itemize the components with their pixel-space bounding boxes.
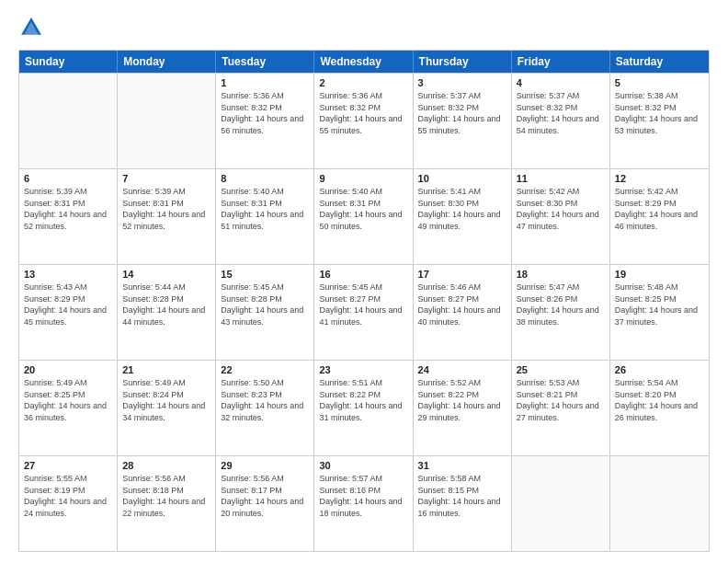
day-cell-empty [610,456,709,551]
day-info: Sunrise: 5:53 AM Sunset: 8:21 PM Dayligh… [517,377,605,423]
day-number: 29 [221,460,309,471]
day-number: 13 [24,269,112,280]
day-number: 6 [24,173,112,184]
day-cell-14: 14Sunrise: 5:44 AM Sunset: 8:28 PM Dayli… [118,265,216,360]
calendar-header-row: SundayMondayTuesdayWednesdayThursdayFrid… [19,51,709,73]
day-number: 3 [418,77,506,88]
day-cell-2: 2Sunrise: 5:36 AM Sunset: 8:32 PM Daylig… [314,74,413,168]
day-info: Sunrise: 5:56 AM Sunset: 8:18 PM Dayligh… [122,473,210,519]
day-number: 19 [615,269,704,280]
day-cell-27: 27Sunrise: 5:55 AM Sunset: 8:19 PM Dayli… [19,456,118,551]
day-number: 20 [24,364,112,375]
day-number: 25 [517,364,605,375]
weekday-header-monday: Monday [118,51,216,73]
day-number: 8 [221,173,309,184]
day-info: Sunrise: 5:36 AM Sunset: 8:32 PM Dayligh… [221,90,309,136]
logo-icon [18,15,44,40]
day-cell-24: 24Sunrise: 5:52 AM Sunset: 8:22 PM Dayli… [414,361,512,455]
day-info: Sunrise: 5:42 AM Sunset: 8:30 PM Dayligh… [517,186,605,232]
day-info: Sunrise: 5:45 AM Sunset: 8:28 PM Dayligh… [221,282,309,327]
day-info: Sunrise: 5:49 AM Sunset: 8:24 PM Dayligh… [122,377,210,423]
day-cell-1: 1Sunrise: 5:36 AM Sunset: 8:32 PM Daylig… [216,74,314,168]
day-info: Sunrise: 5:48 AM Sunset: 8:25 PM Dayligh… [615,282,704,327]
weekday-header-tuesday: Tuesday [216,51,314,73]
day-number: 9 [319,173,407,184]
day-info: Sunrise: 5:41 AM Sunset: 8:30 PM Dayligh… [418,186,506,232]
day-cell-21: 21Sunrise: 5:49 AM Sunset: 8:24 PM Dayli… [118,361,216,455]
day-info: Sunrise: 5:45 AM Sunset: 8:27 PM Dayligh… [319,282,407,327]
day-cell-9: 9Sunrise: 5:40 AM Sunset: 8:31 PM Daylig… [314,169,413,264]
day-cell-30: 30Sunrise: 5:57 AM Sunset: 8:16 PM Dayli… [314,456,413,551]
day-cell-15: 15Sunrise: 5:45 AM Sunset: 8:28 PM Dayli… [216,265,314,360]
day-info: Sunrise: 5:38 AM Sunset: 8:32 PM Dayligh… [615,90,704,136]
day-info: Sunrise: 5:42 AM Sunset: 8:29 PM Dayligh… [615,186,704,232]
day-info: Sunrise: 5:36 AM Sunset: 8:32 PM Dayligh… [319,90,407,136]
day-cell-23: 23Sunrise: 5:51 AM Sunset: 8:22 PM Dayli… [314,361,413,455]
day-cell-7: 7Sunrise: 5:39 AM Sunset: 8:31 PM Daylig… [118,169,216,264]
day-number: 1 [221,77,309,88]
day-cell-12: 12Sunrise: 5:42 AM Sunset: 8:29 PM Dayli… [610,169,709,264]
week-row-3: 13Sunrise: 5:43 AM Sunset: 8:29 PM Dayli… [19,264,709,360]
day-number: 18 [517,269,605,280]
day-info: Sunrise: 5:57 AM Sunset: 8:16 PM Dayligh… [319,473,407,519]
day-info: Sunrise: 5:37 AM Sunset: 8:32 PM Dayligh… [418,90,506,136]
day-cell-28: 28Sunrise: 5:56 AM Sunset: 8:18 PM Dayli… [118,456,216,551]
day-info: Sunrise: 5:50 AM Sunset: 8:23 PM Dayligh… [221,377,309,423]
week-row-5: 27Sunrise: 5:55 AM Sunset: 8:19 PM Dayli… [19,455,709,551]
day-cell-6: 6Sunrise: 5:39 AM Sunset: 8:31 PM Daylig… [19,169,118,264]
day-cell-26: 26Sunrise: 5:54 AM Sunset: 8:20 PM Dayli… [610,361,709,455]
week-row-4: 20Sunrise: 5:49 AM Sunset: 8:25 PM Dayli… [19,360,709,455]
weekday-header-thursday: Thursday [414,51,512,73]
header [18,15,710,40]
day-cell-4: 4Sunrise: 5:37 AM Sunset: 8:32 PM Daylig… [512,74,610,168]
day-number: 15 [221,269,309,280]
day-number: 5 [615,77,704,88]
day-number: 26 [615,364,704,375]
day-info: Sunrise: 5:51 AM Sunset: 8:22 PM Dayligh… [319,377,407,423]
weekday-header-sunday: Sunday [19,51,118,73]
weekday-header-wednesday: Wednesday [314,51,413,73]
weekday-header-saturday: Saturday [610,51,709,73]
day-cell-11: 11Sunrise: 5:42 AM Sunset: 8:30 PM Dayli… [512,169,610,264]
week-row-1: 1Sunrise: 5:36 AM Sunset: 8:32 PM Daylig… [19,73,709,168]
day-info: Sunrise: 5:55 AM Sunset: 8:19 PM Dayligh… [24,473,112,519]
day-info: Sunrise: 5:43 AM Sunset: 8:29 PM Dayligh… [24,282,112,327]
day-info: Sunrise: 5:46 AM Sunset: 8:27 PM Dayligh… [418,282,506,327]
day-info: Sunrise: 5:47 AM Sunset: 8:26 PM Dayligh… [517,282,605,327]
day-number: 4 [517,77,605,88]
day-info: Sunrise: 5:39 AM Sunset: 8:31 PM Dayligh… [24,186,112,232]
day-number: 21 [122,364,210,375]
day-cell-25: 25Sunrise: 5:53 AM Sunset: 8:21 PM Dayli… [512,361,610,455]
day-cell-10: 10Sunrise: 5:41 AM Sunset: 8:30 PM Dayli… [414,169,512,264]
day-number: 10 [418,173,506,184]
day-number: 28 [122,460,210,471]
day-number: 14 [122,269,210,280]
day-cell-13: 13Sunrise: 5:43 AM Sunset: 8:29 PM Dayli… [19,265,118,360]
day-number: 30 [319,460,407,471]
day-cell-5: 5Sunrise: 5:38 AM Sunset: 8:32 PM Daylig… [610,74,709,168]
day-info: Sunrise: 5:54 AM Sunset: 8:20 PM Dayligh… [615,377,704,423]
day-number: 17 [418,269,506,280]
day-number: 24 [418,364,506,375]
weekday-header-friday: Friday [512,51,610,73]
day-number: 23 [319,364,407,375]
day-number: 27 [24,460,112,471]
day-info: Sunrise: 5:37 AM Sunset: 8:32 PM Dayligh… [517,90,605,136]
day-info: Sunrise: 5:39 AM Sunset: 8:31 PM Dayligh… [122,186,210,232]
day-cell-17: 17Sunrise: 5:46 AM Sunset: 8:27 PM Dayli… [414,265,512,360]
day-cell-empty [512,456,610,551]
day-number: 11 [517,173,605,184]
day-number: 16 [319,269,407,280]
calendar: SundayMondayTuesdayWednesdayThursdayFrid… [18,50,710,552]
day-info: Sunrise: 5:58 AM Sunset: 8:15 PM Dayligh… [418,473,506,519]
day-cell-29: 29Sunrise: 5:56 AM Sunset: 8:17 PM Dayli… [216,456,314,551]
day-number: 31 [418,460,506,471]
day-cell-19: 19Sunrise: 5:48 AM Sunset: 8:25 PM Dayli… [610,265,709,360]
day-number: 22 [221,364,309,375]
week-row-2: 6Sunrise: 5:39 AM Sunset: 8:31 PM Daylig… [19,168,709,264]
day-cell-8: 8Sunrise: 5:40 AM Sunset: 8:31 PM Daylig… [216,169,314,264]
day-number: 7 [122,173,210,184]
day-cell-empty [118,74,216,168]
day-info: Sunrise: 5:49 AM Sunset: 8:25 PM Dayligh… [24,377,112,423]
day-cell-22: 22Sunrise: 5:50 AM Sunset: 8:23 PM Dayli… [216,361,314,455]
